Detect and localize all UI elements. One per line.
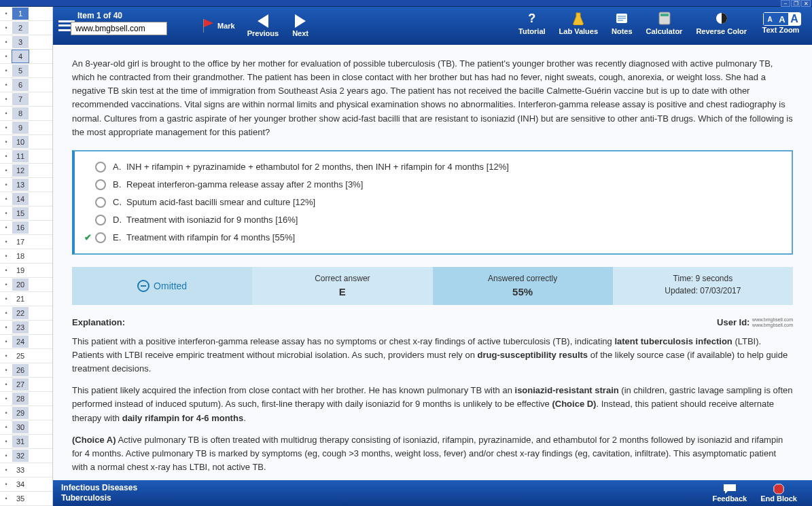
- dot-icon: •: [0, 381, 12, 388]
- mark-label[interactable]: Mark: [217, 22, 235, 30]
- question-nav-25[interactable]: •25: [0, 349, 52, 363]
- question-nav-9[interactable]: •9: [0, 121, 52, 135]
- question-nav-28[interactable]: •28: [0, 392, 52, 406]
- svg-marker-0: [204, 19, 213, 27]
- reverse-color-button[interactable]: Reverse Color: [696, 11, 747, 35]
- dot-icon: •: [0, 24, 12, 31]
- question-nav-33[interactable]: •33: [0, 463, 52, 477]
- dot-icon: •: [0, 267, 12, 274]
- svg-marker-6: [774, 484, 783, 494]
- explanation-body: This patient with a positive interferon-…: [72, 335, 793, 480]
- question-nav-35[interactable]: •35: [0, 492, 52, 506]
- question-nav-23[interactable]: •23: [0, 321, 52, 335]
- question-nav-29[interactable]: •29: [0, 406, 52, 420]
- text-zoom-button[interactable]: A A A Text Zoom: [760, 12, 801, 34]
- question-nav-24[interactable]: •24: [0, 335, 52, 349]
- notes-button[interactable]: Notes: [612, 11, 633, 35]
- end-block-button[interactable]: End Block: [760, 484, 797, 503]
- contrast-icon: [713, 11, 730, 26]
- flag-icon[interactable]: [202, 18, 216, 34]
- calculator-button[interactable]: Calculator: [646, 11, 683, 35]
- notes-icon: [613, 11, 631, 26]
- lab-values-button[interactable]: Lab Values: [559, 11, 598, 35]
- dot-icon: •: [0, 452, 12, 459]
- question-nav-12[interactable]: •12: [0, 164, 52, 178]
- question-nav-1[interactable]: •1: [0, 7, 52, 21]
- question-nav-26[interactable]: •26: [0, 363, 52, 378]
- dot-icon: •: [0, 153, 12, 160]
- question-nav-22[interactable]: •22: [0, 306, 52, 321]
- content-area: An 8-year-old girl is brought to the off…: [53, 45, 812, 480]
- dot-icon: •: [0, 10, 12, 17]
- dot-icon: •: [0, 53, 12, 60]
- question-nav-32[interactable]: •32: [0, 449, 52, 463]
- stats-bar: Omitted Correct answer E Answered correc…: [72, 267, 793, 305]
- triangle-right-icon: [295, 14, 306, 28]
- answer-B[interactable]: ✔B.Repeat interferon-gamma release assay…: [84, 176, 782, 194]
- question-nav-30[interactable]: •30: [0, 420, 52, 435]
- dot-icon: •: [0, 424, 12, 431]
- toolbar: Item 1 of 40 www.bmgbsell.com Mark Previ…: [53, 7, 812, 45]
- question-navigator: •1•2•3•4•5•6•7•8•9•10•11•12•13•14•15•16•…: [0, 7, 53, 506]
- question-nav-21[interactable]: •21: [0, 292, 52, 306]
- dot-icon: •: [0, 310, 12, 317]
- answer-E[interactable]: ✔E.Treatment with rifampin for 4 months …: [84, 229, 782, 247]
- dot-icon: •: [0, 467, 12, 473]
- question-nav-13[interactable]: •13: [0, 178, 52, 192]
- tutorial-button[interactable]: ? Tutorial: [518, 11, 546, 35]
- question-nav-8[interactable]: •8: [0, 107, 52, 121]
- maximize-button[interactable]: ❐: [791, 0, 800, 7]
- answer-C[interactable]: ✔C.Sputum acid-fast bacilli smear and cu…: [84, 194, 782, 211]
- next-button[interactable]: Next: [292, 14, 308, 37]
- question-nav-31[interactable]: •31: [0, 435, 52, 449]
- question-nav-17[interactable]: •17: [0, 235, 52, 249]
- question-nav-2[interactable]: •2: [0, 21, 52, 35]
- answer-D[interactable]: ✔D.Treatment with isoniazid for 9 months…: [84, 211, 782, 229]
- dot-icon: •: [0, 281, 12, 288]
- question-nav-16[interactable]: •16: [0, 221, 52, 235]
- question-nav-3[interactable]: •3: [0, 35, 52, 50]
- zoom-medium[interactable]: A: [776, 13, 788, 25]
- radio-icon: [95, 162, 106, 173]
- previous-button[interactable]: Previous: [247, 14, 279, 37]
- stop-icon: [771, 484, 786, 494]
- question-nav-15[interactable]: •15: [0, 206, 52, 221]
- question-nav-19[interactable]: •19: [0, 264, 52, 278]
- dot-icon: •: [0, 82, 12, 88]
- minimize-button[interactable]: −: [781, 0, 790, 7]
- footer: Infectious Diseases Tuberculosis Feedbac…: [53, 480, 812, 506]
- question-nav-7[interactable]: •7: [0, 92, 52, 107]
- svg-rect-1: [203, 19, 204, 33]
- footer-topic: Tuberculosis: [61, 493, 705, 503]
- answer-A[interactable]: ✔A.INH + rifampin + pyrazinamide + etham…: [84, 158, 782, 176]
- close-button[interactable]: ✕: [801, 0, 811, 7]
- zoom-small[interactable]: A: [764, 13, 776, 25]
- titlebar: − ❐ ✕: [0, 0, 812, 7]
- question-nav-10[interactable]: •10: [0, 135, 52, 149]
- omitted-icon: [137, 280, 149, 292]
- stat-correct-answer: Correct answer E: [252, 267, 432, 305]
- question-nav-20[interactable]: •20: [0, 278, 52, 292]
- dot-icon: •: [0, 181, 12, 188]
- dot-icon: •: [0, 295, 12, 302]
- dot-icon: •: [0, 196, 12, 202]
- zoom-large[interactable]: A: [788, 13, 800, 25]
- feedback-button[interactable]: Feedback: [712, 484, 747, 503]
- question-nav-18[interactable]: •18: [0, 249, 52, 264]
- explanation-heading: Explanation:: [72, 317, 125, 328]
- dot-icon: •: [0, 39, 12, 46]
- url-overlay: www.bmgbsell.com: [71, 22, 167, 35]
- question-nav-6[interactable]: •6: [0, 78, 52, 92]
- question-nav-34[interactable]: •34: [0, 477, 52, 492]
- question-nav-14[interactable]: •14: [0, 192, 52, 206]
- question-nav-4[interactable]: •4: [0, 50, 52, 64]
- question-nav-11[interactable]: •11: [0, 149, 52, 164]
- question-stem: An 8-year-old girl is brought to the off…: [72, 57, 793, 139]
- dot-icon: •: [0, 481, 12, 488]
- question-nav-5[interactable]: •5: [0, 64, 52, 78]
- dot-icon: •: [0, 438, 12, 445]
- dot-icon: •: [0, 67, 12, 74]
- dot-icon: •: [0, 124, 12, 131]
- dot-icon: •: [0, 253, 12, 259]
- question-nav-27[interactable]: •27: [0, 378, 52, 392]
